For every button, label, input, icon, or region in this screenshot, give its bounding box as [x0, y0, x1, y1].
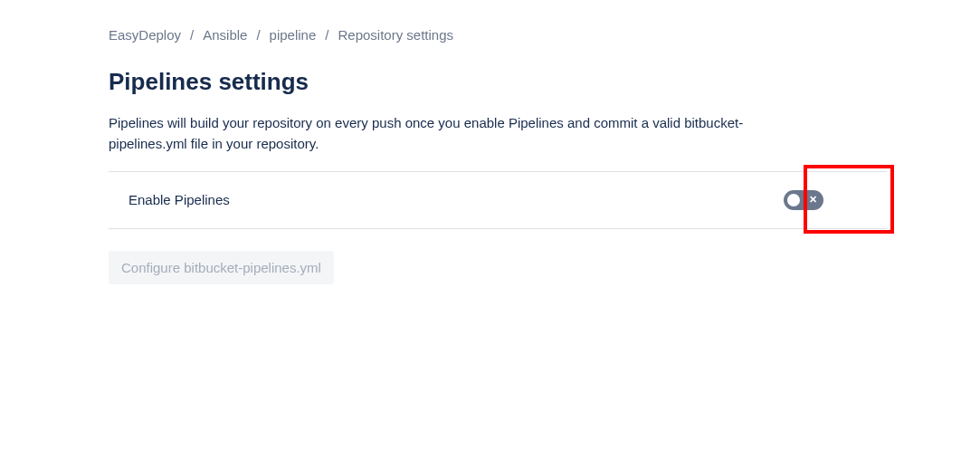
enable-pipelines-row: Enable Pipelines ✕ [109, 171, 887, 229]
enable-pipelines-label: Enable Pipelines [128, 192, 230, 207]
breadcrumb-item-settings[interactable]: Repository settings [338, 27, 453, 43]
breadcrumb-item-workspace[interactable]: EasyDeploy [109, 27, 181, 43]
breadcrumb-item-repo[interactable]: pipeline [270, 27, 317, 43]
breadcrumb-separator: / [325, 27, 328, 43]
breadcrumb-separator: / [256, 27, 260, 43]
configure-pipelines-button[interactable]: Configure bitbucket-pipelines.yml [109, 251, 334, 284]
page-description: Pipelines will build your repository on … [109, 112, 787, 155]
breadcrumb-separator: / [190, 27, 194, 43]
x-icon: ✕ [809, 195, 817, 205]
breadcrumb: EasyDeploy / Ansible / pipeline / Reposi… [109, 27, 980, 43]
toggle-knob-icon [787, 194, 800, 206]
page-title: Pipelines settings [109, 68, 980, 96]
breadcrumb-item-project[interactable]: Ansible [203, 27, 247, 43]
enable-pipelines-toggle[interactable]: ✕ [784, 190, 823, 210]
